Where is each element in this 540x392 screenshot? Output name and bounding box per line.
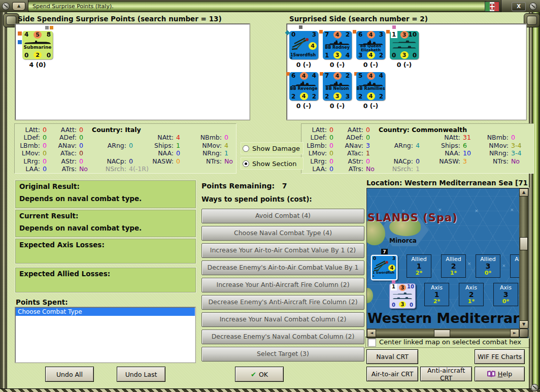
points-spent-heading: Points Spent:: [16, 298, 68, 306]
unit-counter-bb-nelson[interactable]: 7 4 2 BB Nelson 2 3 3: [323, 72, 352, 101]
status-chip: [353, 30, 356, 34]
center-map-checkbox-row[interactable]: Center linked map on selected combat hex: [365, 337, 530, 348]
undo-all-button[interactable]: Undo All: [45, 367, 94, 382]
scroll-right-button[interactable]: ►: [510, 329, 519, 337]
unit-counter-bb-queen-elizabeth[interactable]: 6 4 3 BB Queen Elizabeth 3 4 2: [356, 31, 385, 59]
select-target-button[interactable]: Select Target (3): [201, 347, 364, 362]
help-button[interactable]: Help: [475, 367, 525, 381]
stat-lrrg: LRrg:0: [305, 157, 333, 165]
result-body: Depends on naval combat type.: [19, 224, 142, 232]
stat-arng: ARng:0: [91, 142, 133, 149]
counter-stack-label: 0 (-): [289, 61, 318, 69]
counter-name: Submarine: [22, 45, 53, 50]
vertical-scroll-thumb[interactable]: [520, 237, 528, 250]
counter-value: 7: [325, 31, 329, 38]
radio-show-damage[interactable]: Show Damage: [241, 142, 303, 154]
axis-3-box[interactable]: Axis30*: [493, 283, 518, 306]
sea-zone-label: Western Mediterrar: [367, 310, 519, 326]
stat-naa: NAA:0: [142, 149, 180, 157]
map-unit-convoy[interactable]: 1 3 10 0 3 0: [389, 283, 416, 309]
unit-counter-convoy[interactable]: 1 3 10 0 3 0: [390, 31, 419, 59]
choose-naval-combat-type-button[interactable]: Choose Naval Combat Type (4): [201, 226, 364, 241]
stat-ships: Ships:6: [428, 142, 467, 149]
close-button[interactable]: X: [512, 2, 526, 11]
unit-counter-bb-rodney[interactable]: 7 4 2 BB Rodney 1 3 4: [323, 31, 352, 59]
stat-anav: ANav:3: [342, 142, 370, 149]
naval-crt-button[interactable]: Naval CRT: [366, 349, 418, 364]
unit-counter-submarine[interactable]: 4 5 8 Submarine 0 2 0: [22, 31, 53, 59]
counter-value: 2: [325, 93, 329, 100]
counter-stack-label: 0 (-): [356, 102, 385, 110]
air-to-air-crt-button[interactable]: Air-to-air CRT: [366, 367, 418, 381]
checkbox-icon[interactable]: [368, 339, 376, 346]
counter-value: 2: [379, 93, 383, 100]
stat-atrs: ATrs:No: [342, 165, 375, 173]
points-spent-item-selected[interactable]: Choose Combat Type: [16, 308, 195, 316]
ok-button[interactable]: ✔OK: [235, 367, 284, 382]
stat-nrng: NRng:3-4: [485, 149, 521, 157]
counter-value: 5: [358, 73, 362, 79]
counter-value: 3: [346, 93, 350, 100]
counter-value: 2: [358, 93, 362, 100]
stat-nasw: NASW:0: [142, 157, 180, 165]
counter-stack-label: 0 (-): [323, 102, 352, 110]
allied-2-box[interactable]: Allied21*: [441, 254, 466, 278]
map-unit-swordfish-selected[interactable]: 0 3 4 1 Swordfish *: [371, 255, 397, 280]
scroll-up-button[interactable]: ▲: [519, 188, 528, 197]
radio-show-section[interactable]: Show Section: [241, 157, 303, 170]
counter-value-circle: 4: [333, 72, 342, 80]
unit-counter-bb-ramillies[interactable]: 5 4 4 BB Ramillies 2 4 2: [356, 72, 385, 101]
counter-value: 0: [47, 52, 51, 59]
counter-value: 4: [312, 73, 316, 79]
decrease-enemy-air-to-air-button[interactable]: Decrease Enemy's Air-to-Air Combat Value…: [201, 260, 364, 275]
map-vertical-scrollbar[interactable]: ▲ ▼: [519, 188, 528, 329]
anti-aircraft-crt-button[interactable]: Anti-aircraft CRT: [420, 367, 472, 381]
allied-1-box[interactable]: Allied12*: [407, 254, 431, 278]
decrease-enemy-aa-fire-button[interactable]: Decrease Enemy's Anti-Aircraft Fire Colu…: [201, 295, 364, 310]
wif-fe-charts-button[interactable]: WIF FE Charts: [475, 349, 525, 364]
counter-value: 0: [392, 52, 396, 59]
stat-nsrch: NSrch:4(-1R): [91, 165, 149, 173]
stat-laa: LAA:0: [18, 165, 47, 173]
scroll-left-button[interactable]: ◄: [367, 329, 376, 337]
minimize-button[interactable]: ▲: [12, 2, 25, 11]
points-spent-listbox[interactable]: Choose Combat Type: [15, 307, 195, 363]
location-label: Location: Western Mediterranean Sea [71,…: [366, 179, 528, 187]
increase-your-aa-fire-button[interactable]: Increase Your Anti-Aircraft Fire Column …: [201, 278, 364, 292]
axis-1-box[interactable]: Axis12*: [424, 283, 449, 306]
spending-side-header: Side Spending Surprise Points (search nu…: [18, 15, 222, 23]
counter-value-circle: 4: [367, 92, 375, 100]
allied-3-box[interactable]: Allied30*: [476, 254, 500, 278]
linked-map-widget: ⨯ ⨯ ⨯ ⨯ ⨯ ⨯ ⨯ SLANDS (Spa) Minorca 7 0 3: [366, 188, 529, 338]
checkmark-icon: ✔: [251, 371, 256, 378]
map-view[interactable]: ⨯ ⨯ ⨯ ⨯ ⨯ ⨯ ⨯ SLANDS (Spa) Minorca 7 0 3: [367, 188, 519, 329]
undo-last-button[interactable]: Undo Last: [117, 367, 165, 382]
titlebar-gradient: Spend Surprise Points (Italy).: [28, 1, 487, 12]
stat-aatt: AAtt:0: [55, 126, 83, 134]
stat-nacp: NACp:0: [378, 157, 420, 165]
axis-2-box[interactable]: Axis21*: [459, 283, 484, 306]
biplane-icon: [291, 37, 311, 50]
status-chip: [18, 40, 22, 44]
status-chip: [18, 31, 22, 36]
stat-natt: NAtt:4: [142, 134, 180, 141]
unit-counter-swordfish[interactable]: 0 3 4 1Swordfish *: [289, 31, 318, 59]
expected-allied-losses-box: Expected Allied Losses:: [15, 268, 196, 292]
decrease-enemy-naval-column-button[interactable]: Decrease Enemy's Naval Combat Column (2): [201, 330, 364, 344]
counter-value-circle: 4: [333, 31, 342, 39]
counter-stack-label: 0 (-): [356, 61, 385, 69]
allied-4-box-partial[interactable]: Allied: [510, 254, 519, 278]
stat-atac: ATac:1: [342, 149, 370, 157]
scroll-down-button[interactable]: ▼: [519, 320, 528, 329]
avoid-combat-button[interactable]: Avoid Combat (4): [201, 209, 364, 223]
stat-nacp: NACp:0: [91, 157, 133, 165]
stat-nmov: NMov:3-4: [485, 142, 521, 149]
increase-your-air-to-air-button[interactable]: Increase Your Air-to-Air Combat Value By…: [201, 243, 364, 258]
unit-counter-bb-revenge[interactable]: 6 4 4 BB Revenge 2 4 2: [289, 72, 318, 101]
surprised-side-header: Surprised Side (search number = 2): [289, 15, 428, 23]
counter-value: 4: [346, 52, 350, 59]
counter-stack-label: 0 (-): [323, 61, 352, 69]
horizontal-scroll-thumb[interactable]: [434, 330, 450, 337]
increase-your-naval-column-button[interactable]: Increase Your Naval Combat Column (2): [201, 312, 364, 327]
counter-name: 1 Swordfish *: [373, 271, 397, 279]
